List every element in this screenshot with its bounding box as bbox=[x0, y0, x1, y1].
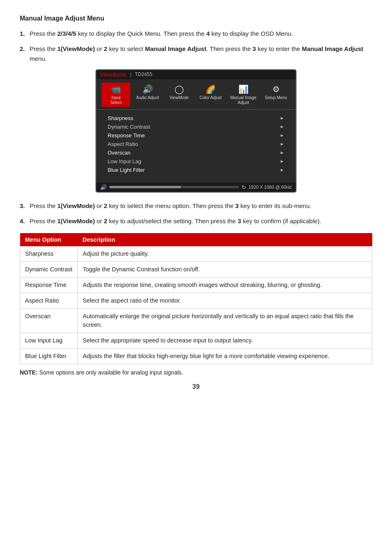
osd-refresh-icon: ↻ bbox=[242, 184, 246, 190]
table-row: Sharpness Adjust the picture quality. bbox=[20, 246, 372, 262]
note-text: NOTE: Some options are only available fo… bbox=[20, 369, 372, 376]
step-3: 3. Press the 1(ViewMode) or 2 key to sel… bbox=[20, 201, 372, 210]
osd-color-label: Color Adjust bbox=[200, 95, 222, 100]
step-4: 4. Press the 1(ViewMode) or 2 key to adj… bbox=[20, 216, 372, 226]
osd-manual-label: Manual ImageAdjust bbox=[230, 95, 256, 105]
osd-audio-icon: 🔊 bbox=[143, 84, 153, 94]
table-cell-blue-light-filter-desc: Adjusts the filter that blocks high-ener… bbox=[78, 349, 372, 364]
table-row: Overscan Automatically enlarge the origi… bbox=[20, 309, 372, 333]
osd-menu-dynamic-contrast-label: Dynamic Contrast bbox=[108, 124, 150, 130]
osd-menu-dynamic-contrast[interactable]: Dynamic Contrast ► bbox=[104, 123, 288, 131]
osd-input-label: InputSelect bbox=[110, 95, 122, 105]
osd-menu: Sharpness ► Dynamic Contrast ► Response … bbox=[96, 110, 296, 178]
osd-menu-overscan-label: Overscan bbox=[108, 150, 131, 156]
osd-menu-response-time[interactable]: Response Time ► bbox=[104, 131, 288, 140]
osd-manual-icon: 📊 bbox=[238, 84, 249, 94]
osd-volume-bar bbox=[109, 186, 239, 188]
table-cell-dynamic-contrast-desc: Toggle the Dynamic Contrast function on/… bbox=[78, 262, 372, 278]
osd-menu-sharpness[interactable]: Sharpness ► bbox=[104, 114, 288, 123]
osd-status-bar: 🔊 ↻ 1920 X 1080 @ 60Hz bbox=[96, 183, 296, 192]
osd-viewmode-icon: ◯ bbox=[175, 84, 184, 94]
step-3-num: 3. bbox=[20, 201, 27, 210]
table-row: Response Time Adjusts the response time,… bbox=[20, 278, 372, 293]
table-cell-response-time-desc: Adjusts the response time, creating smoo… bbox=[78, 278, 372, 293]
osd-arrow-blue-light-filter: ► bbox=[280, 167, 284, 172]
table-cell-aspect-ratio-name: Aspect Ratio bbox=[20, 293, 78, 309]
osd-menu-low-input-lag[interactable]: Low Input Lag ► bbox=[104, 157, 288, 166]
page-number: 39 bbox=[20, 383, 372, 391]
table-row: Dynamic Contrast Toggle the Dynamic Cont… bbox=[20, 262, 372, 278]
step-1: 1. Press the 2/3/4/5 key to display the … bbox=[20, 29, 372, 38]
table-cell-dynamic-contrast-name: Dynamic Contrast bbox=[20, 262, 78, 278]
osd-nav: 📹 InputSelect 🔊 Audio Adjust ◯ ViewMode … bbox=[96, 79, 296, 110]
osd-arrow-dynamic-contrast: ► bbox=[280, 124, 284, 129]
page-title: Manual Image Adjust Menu bbox=[20, 15, 372, 22]
table-cell-low-input-lag-desc: Select the appropriate speed to decrease… bbox=[78, 333, 372, 349]
step-2-text: Press the 1(ViewMode) or 2 key to select… bbox=[30, 44, 372, 63]
osd-menu-response-time-label: Response Time bbox=[108, 132, 145, 139]
step-2-num: 2. bbox=[20, 44, 27, 63]
osd-arrow-response-time: ► bbox=[280, 133, 284, 138]
osd-model: TD2455 bbox=[135, 72, 152, 77]
table-cell-response-time-name: Response Time bbox=[20, 278, 78, 293]
osd-resolution: 1920 X 1080 @ 60Hz bbox=[249, 185, 292, 190]
step-3-text: Press the 1(ViewMode) or 2 key to select… bbox=[30, 201, 311, 210]
osd-arrow-aspect-ratio: ► bbox=[280, 141, 284, 146]
table-cell-aspect-ratio-desc: Select the aspect ratio of the monitor. bbox=[78, 293, 372, 309]
osd-viewmode-label: ViewMode bbox=[170, 95, 189, 100]
table-header-menu-option: Menu Option bbox=[20, 233, 78, 246]
table-cell-overscan-desc: Automatically enlarge the original pictu… bbox=[78, 309, 372, 333]
step-4-text: Press the 1(ViewMode) or 2 key to adjust… bbox=[30, 216, 321, 226]
table-row: Low Input Lag Select the appropriate spe… bbox=[20, 333, 372, 349]
table-cell-blue-light-filter-name: Blue Light Filter bbox=[20, 349, 78, 364]
step-4-num: 4. bbox=[20, 216, 27, 226]
table-cell-low-input-lag-name: Low Input Lag bbox=[20, 333, 78, 349]
step-1-num: 1. bbox=[20, 29, 27, 38]
table-cell-overscan-name: Overscan bbox=[20, 309, 78, 333]
step-1-text: Press the 2/3/4/5 key to display the Qui… bbox=[30, 29, 293, 38]
osd-audio-label: Audio Adjust bbox=[136, 95, 159, 100]
osd-menu-low-input-lag-label: Low Input Lag bbox=[108, 158, 141, 164]
osd-menu-blue-light-filter[interactable]: Blue Light Filter ► bbox=[104, 166, 288, 174]
table-row: Blue Light Filter Adjusts the filter tha… bbox=[20, 349, 372, 364]
osd-menu-aspect-ratio-label: Aspect Ratio bbox=[108, 141, 138, 147]
osd-nav-setup[interactable]: ⚙ Setup Menu bbox=[262, 83, 291, 107]
osd-menu-overscan[interactable]: Overscan ► bbox=[104, 148, 288, 157]
osd-menu-sharpness-label: Sharpness bbox=[108, 115, 133, 121]
step-2: 2. Press the 1(ViewMode) or 2 key to sel… bbox=[20, 44, 372, 63]
table-cell-sharpness-desc: Adjust the picture quality. bbox=[78, 246, 372, 262]
osd-color-icon: 🌈 bbox=[205, 84, 216, 94]
osd-volume-fill bbox=[109, 186, 181, 188]
osd-brand: ViewSonic bbox=[100, 72, 127, 78]
osd-nav-input-select[interactable]: 📹 InputSelect bbox=[101, 83, 130, 107]
osd-nav-viewmode[interactable]: ◯ ViewMode bbox=[165, 83, 194, 107]
osd-arrow-low-input-lag: ► bbox=[280, 159, 284, 164]
osd-nav-audio[interactable]: 🔊 Audio Adjust bbox=[133, 83, 162, 107]
osd-arrow-sharpness: ► bbox=[280, 116, 284, 120]
menu-options-table: Menu Option Description Sharpness Adjust… bbox=[20, 233, 372, 364]
osd-menu-blue-light-filter-label: Blue Light Filter bbox=[108, 167, 145, 173]
osd-setup-icon: ⚙ bbox=[272, 84, 280, 94]
table-cell-sharpness-name: Sharpness bbox=[20, 246, 78, 262]
osd-arrow-overscan: ► bbox=[280, 150, 284, 155]
table-row: Aspect Ratio Select the aspect ratio of … bbox=[20, 293, 372, 309]
osd-vol-icon: 🔊 bbox=[100, 184, 107, 190]
osd-titlebar: ViewSonic | TD2455 bbox=[96, 70, 296, 79]
osd-input-icon: 📹 bbox=[111, 84, 121, 94]
osd-nav-color[interactable]: 🌈 Color Adjust bbox=[196, 83, 225, 107]
table-header-description: Description bbox=[78, 233, 372, 246]
osd-screenshot: ViewSonic | TD2455 📹 InputSelect 🔊 Audio… bbox=[95, 69, 297, 193]
osd-setup-label: Setup Menu bbox=[265, 95, 287, 100]
osd-menu-aspect-ratio[interactable]: Aspect Ratio ► bbox=[104, 140, 288, 148]
osd-nav-manual[interactable]: 📊 Manual ImageAdjust bbox=[228, 83, 258, 107]
